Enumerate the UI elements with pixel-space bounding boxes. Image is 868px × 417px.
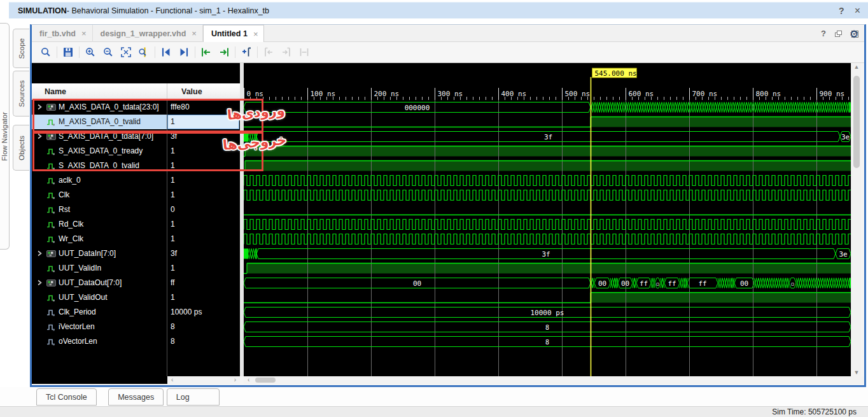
signal-name-panel: Name Value M_AXIS_DATA_0_tdata[23:0]fffe… xyxy=(32,63,240,376)
signal-value: 1 xyxy=(171,293,175,302)
signal-row[interactable]: Clk1 xyxy=(32,188,240,202)
doc-tab-label: design_1_wrapper.vhd xyxy=(101,29,186,38)
side-tab-sources[interactable]: Sources xyxy=(13,71,29,117)
signal-row[interactable]: UUT_ValidOut1 xyxy=(32,290,240,305)
doc-tab-untitled-1[interactable]: Untitled 1× xyxy=(203,25,265,42)
expand-arrow-icon[interactable] xyxy=(37,133,42,139)
constant-icon xyxy=(46,308,55,316)
signal-row[interactable]: Rd_Clk1 xyxy=(32,217,240,232)
svg-text:3e: 3e xyxy=(841,133,850,141)
save-icon[interactable] xyxy=(59,44,77,60)
doc-tab-fir_tb-vhd[interactable]: fir_tb.vhd× xyxy=(32,25,93,42)
toolbar-separator xyxy=(235,46,235,58)
signal-row[interactable]: Rst0 xyxy=(32,202,240,217)
signal-row[interactable]: Clk_Period10000 ps xyxy=(32,305,240,320)
next-transition-icon[interactable] xyxy=(215,44,233,60)
side-tab-label: Scope xyxy=(18,38,25,59)
scroll-left-icon[interactable]: ‹ xyxy=(171,376,173,384)
side-tab-scope[interactable]: Scope xyxy=(13,29,29,68)
signal-name: Clk_Period xyxy=(59,307,96,316)
close-icon[interactable]: × xyxy=(81,29,87,38)
zoom-to-cursor-icon[interactable] xyxy=(135,44,153,60)
next-marker-icon[interactable] xyxy=(277,44,295,60)
scroll-right-icon[interactable]: › xyxy=(234,376,236,384)
help-icon[interactable]: ? xyxy=(821,29,826,38)
expand-arrow-icon[interactable] xyxy=(37,250,42,257)
bottom-tab-bar: Tcl ConsoleMessagesLog xyxy=(0,387,868,406)
logic-signal-icon xyxy=(46,147,55,155)
doc-tab-design_1_wrapper-vhd[interactable]: design_1_wrapper.vhd× xyxy=(93,25,203,42)
signal-row[interactable]: UUT_DataOut[7:0]ff xyxy=(32,276,240,290)
go-to-start-icon[interactable] xyxy=(157,44,175,60)
expand-arrow-icon[interactable] xyxy=(37,279,42,286)
signal-row[interactable]: M_AXIS_DATA_0_tvalid1 xyxy=(32,115,240,129)
signal-row[interactable]: M_AXIS_DATA_0_tdata[23:0]fffe80 xyxy=(32,100,240,115)
settings-gear-icon[interactable]: ⚙ xyxy=(850,28,858,40)
signal-value: 3f xyxy=(171,249,177,258)
svg-text:00: 00 xyxy=(740,279,748,288)
expand-arrow-icon[interactable] xyxy=(37,104,42,110)
bottom-tab-label: Log xyxy=(176,393,190,402)
svg-text:ff: ff xyxy=(640,279,648,288)
bus-icon xyxy=(46,250,56,258)
signal-name: oVectorLen xyxy=(59,337,97,346)
wave-canvas[interactable]: 0 ns100 ns200 ns300 ns400 ns500 ns600 ns… xyxy=(244,63,851,376)
bottom-tab-label: Messages xyxy=(118,393,154,402)
column-divider[interactable] xyxy=(167,83,167,100)
flow-navigator-tab[interactable]: Flow Navigator xyxy=(0,23,10,250)
signal-value: fffe80 xyxy=(171,102,190,111)
window-title: - Behavioral Simulation - Functional - s… xyxy=(67,6,269,15)
signal-name: Wr_Clk xyxy=(59,234,83,243)
horizontal-scroll-thumb[interactable] xyxy=(255,378,276,383)
bus-icon xyxy=(46,279,56,287)
vertical-scroll-thumb[interactable] xyxy=(853,76,860,168)
signal-row[interactable]: Wr_Clk1 xyxy=(32,232,240,246)
scroll-up-icon[interactable]: ▲ xyxy=(851,64,862,70)
signal-row[interactable]: S_AXIS_DATA_0_tvalid1 xyxy=(32,159,240,173)
signal-row[interactable]: oVectorLen8 xyxy=(32,334,240,349)
signal-row[interactable]: S_AXIS_DATA_0_tready1 xyxy=(32,144,240,159)
svg-text:00: 00 xyxy=(598,279,606,288)
wave-vertical-scrollbar[interactable]: ▲ ▼ xyxy=(851,63,861,376)
bottom-tab-messages[interactable]: Messages xyxy=(108,388,164,406)
bottom-tab-label: Tcl Console xyxy=(46,393,87,402)
swap-cursors-icon[interactable] xyxy=(295,44,313,60)
window-title-bar: SIMULATION - Behavioral Simulation - Fun… xyxy=(9,2,868,18)
signal-name: Clk xyxy=(59,190,69,199)
zoom-out-icon[interactable] xyxy=(99,44,117,60)
sim-time: Sim Time: 505725100 ps xyxy=(772,407,857,416)
close-icon[interactable]: × xyxy=(192,29,197,38)
logic-signal-icon xyxy=(46,176,55,185)
logic-signal-icon xyxy=(46,235,55,243)
find-icon[interactable] xyxy=(37,44,55,60)
zoom-fit-icon[interactable] xyxy=(117,44,135,60)
name-column-header[interactable]: Name xyxy=(45,87,66,96)
svg-text:10000 ps: 10000 ps xyxy=(531,309,564,317)
scroll-down-icon[interactable]: ▼ xyxy=(851,369,862,376)
logic-signal-icon xyxy=(46,162,55,170)
bottom-tab-log[interactable]: Log xyxy=(167,388,220,406)
signal-row[interactable]: UUT_ValidIn1 xyxy=(32,261,240,276)
value-scrollbar[interactable]: ‹ › xyxy=(167,376,240,384)
bus-icon xyxy=(46,132,56,141)
previous-transition-icon[interactable] xyxy=(197,44,215,60)
help-icon[interactable]: ? xyxy=(839,6,844,16)
wave-horizontal-scrollbar[interactable]: ‹ xyxy=(244,376,864,384)
restore-icon[interactable] xyxy=(834,29,843,38)
zoom-in-icon[interactable] xyxy=(81,44,99,60)
name-panel-footer xyxy=(32,376,167,384)
side-tab-objects[interactable]: Objects xyxy=(13,125,29,171)
signal-row[interactable]: UUT_DataIn[7:0]3f xyxy=(32,246,240,261)
previous-marker-icon[interactable] xyxy=(260,44,277,60)
signal-value: 1 xyxy=(171,220,175,229)
signal-row[interactable]: S_AXIS_DATA_0_tdata[7:0]3f xyxy=(32,129,240,144)
close-icon[interactable]: × xyxy=(855,5,860,17)
value-column-header[interactable]: Value xyxy=(181,87,202,96)
go-to-end-icon[interactable] xyxy=(175,44,193,60)
signal-row[interactable]: iVectorLen8 xyxy=(32,320,240,334)
signal-row[interactable]: aclk_01 xyxy=(32,173,240,188)
close-icon[interactable]: × xyxy=(253,29,258,39)
scroll-left-icon[interactable]: ‹ xyxy=(248,376,249,384)
bottom-tab-tcl-console[interactable]: Tcl Console xyxy=(36,388,97,406)
add-marker-icon[interactable] xyxy=(237,44,255,60)
